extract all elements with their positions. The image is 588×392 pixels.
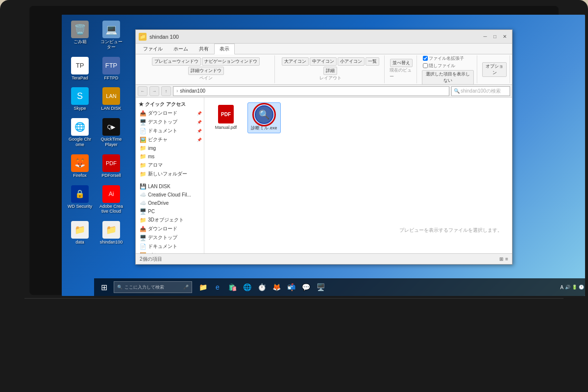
desktop-icon-pdfforsell[interactable]: PDF PDForsell bbox=[97, 152, 125, 180]
desktop-icon-landisk[interactable]: LAN LAN DISK bbox=[97, 85, 125, 113]
file-item-exe[interactable]: 🔍 診断ミル.exe bbox=[247, 102, 281, 133]
desktop-icon-wdsecurity[interactable]: 🔒 WD Security bbox=[66, 183, 94, 217]
ribbon-tabs: ファイル ホーム 共有 表示 bbox=[136, 44, 512, 54]
desktop-icon-fftpd[interactable]: FTP FFTPD bbox=[97, 55, 125, 83]
img-label: img bbox=[148, 146, 156, 151]
file-ext-check[interactable] bbox=[423, 56, 428, 61]
nav-desktop2[interactable]: 🖥️ デスクトップ bbox=[136, 233, 204, 242]
taskbar-monitor[interactable]: 🖥️ bbox=[314, 280, 327, 294]
taskbar-files[interactable]: 📁 bbox=[196, 280, 210, 294]
desktop-icon-skype[interactable]: S Skype bbox=[66, 85, 94, 113]
nav-download[interactable]: 📥 ダウンロード 📌 bbox=[136, 109, 204, 118]
ms-folder-icon: 📁 bbox=[140, 153, 147, 160]
laptop-shell: 🗑️ ごみ箱 💻 コンピューター TP TeraPad bbox=[0, 0, 588, 392]
item-count: 2個の項目 bbox=[140, 256, 162, 263]
nav-documents[interactable]: 📄 ドキュメント 📌 bbox=[136, 126, 204, 135]
start-button[interactable]: ⊞ bbox=[96, 280, 112, 294]
tab-file[interactable]: ファイル bbox=[138, 44, 168, 54]
details-btn[interactable]: 詳細 bbox=[323, 67, 337, 75]
cc-folder-icon: ☁️ bbox=[140, 192, 147, 198]
taskbar-store[interactable]: 🛍️ bbox=[225, 280, 239, 294]
nav-download2[interactable]: 📥 ダウンロード bbox=[136, 224, 204, 233]
nav-pc[interactable]: 🖥️ PC bbox=[136, 207, 204, 216]
nav-window-btn[interactable]: ナビゲーションウィンドウ bbox=[202, 57, 260, 66]
nav-onedrive[interactable]: ☁️ OneDrive bbox=[136, 199, 204, 207]
desktop2-icon: 🖥️ bbox=[140, 235, 147, 241]
pics-nav-label: ピクチャ bbox=[148, 136, 168, 143]
network-icon: 🔊 bbox=[565, 285, 570, 290]
nav-landisk[interactable]: 💾 LAN DISK bbox=[136, 182, 204, 191]
pin-icon2: 📌 bbox=[197, 120, 202, 124]
quick-access-section: ★ クイック アクセス 📥 ダウンロード 📌 🖥️ デスクトップ 📌 bbox=[136, 98, 204, 180]
sys-tray: A 🔊 🔋 🕐 bbox=[560, 285, 584, 290]
nav-img[interactable]: 📁 img bbox=[136, 144, 204, 152]
desktop-icon-trash[interactable]: 🗑️ ごみ箱 bbox=[66, 19, 94, 52]
files-grid: PDF Manual.pdf 🔍 bbox=[204, 98, 512, 138]
minimize-button[interactable]: ─ bbox=[481, 32, 490, 41]
desktop-icon-data[interactable]: 📁 data bbox=[66, 219, 94, 247]
details-window-btn[interactable]: 詳細ウィンドウ bbox=[188, 67, 224, 75]
window-titlebar[interactable]: 📁 shindan 100 ─ □ ✕ bbox=[136, 30, 512, 44]
hidden-files-check[interactable] bbox=[423, 63, 428, 68]
pics-folder-icon: 🖼️ bbox=[140, 137, 147, 143]
taskbar-clock[interactable]: ⏱️ bbox=[255, 280, 269, 294]
nav-pictures[interactable]: 🖼️ ピクチャ 📌 bbox=[136, 135, 204, 144]
desktop-icon-quicktime[interactable]: Q▶ QuickTime Player bbox=[97, 116, 125, 149]
desktop-icon-adobe[interactable]: Ai Adobe Creative Cloud bbox=[97, 183, 125, 217]
nav-docs2[interactable]: 📄 ドキュメント bbox=[136, 242, 204, 251]
pdf-file-icon: PDF bbox=[216, 104, 236, 124]
desktop-icon-firefox[interactable]: 🦊 Firefox bbox=[66, 152, 94, 180]
preview-text: プレビューを表示するファイルを選択します。 bbox=[399, 227, 502, 234]
search-box[interactable]: 🔍 shindan100の検索 bbox=[451, 86, 510, 96]
chrome-icon: 🌐 bbox=[71, 118, 89, 136]
maximize-button[interactable]: □ bbox=[490, 32, 499, 41]
window-controls: ─ □ ✕ bbox=[481, 32, 509, 41]
landisk-section: 💾 LAN DISK ☁️ Creative Cloud Fil... ☁️ O… bbox=[136, 180, 204, 253]
nav-creative-cloud[interactable]: ☁️ Creative Cloud Fil... bbox=[136, 191, 204, 199]
download-label: ダウンロード bbox=[148, 110, 177, 117]
volume-icon: 🔋 bbox=[572, 285, 577, 290]
nav-aroma[interactable]: 📁 アロマ bbox=[136, 161, 204, 170]
list-btn[interactable]: 一覧 bbox=[366, 57, 379, 66]
onedrive-icon: ☁️ bbox=[140, 200, 147, 206]
forward-button[interactable]: → bbox=[149, 86, 159, 96]
trash-label: ごみ箱 bbox=[74, 39, 87, 45]
nav-3d[interactable]: 📁 3Dオブジェクト bbox=[136, 216, 204, 224]
tab-home[interactable]: ホーム bbox=[168, 44, 194, 54]
taskbar-edge[interactable]: e bbox=[211, 280, 224, 294]
up-button[interactable]: ↑ bbox=[161, 86, 171, 96]
options-btn[interactable]: オプション bbox=[482, 62, 507, 77]
hide-selected-btn[interactable]: 選択した項目を表示しない bbox=[422, 70, 474, 85]
file-explorer-window: 📁 shindan 100 ─ □ ✕ ファイル ホーム 共有 表示 bbox=[135, 29, 513, 265]
taskbar-mail[interactable]: 📬 bbox=[284, 280, 298, 294]
small-icons-btn[interactable]: 小アイコン bbox=[338, 57, 365, 66]
tab-share[interactable]: 共有 bbox=[194, 44, 214, 54]
desktop-icons: 🗑️ ごみ箱 💻 コンピューター TP TeraPad bbox=[66, 19, 129, 273]
preview-window-btn[interactable]: プレビューウィンドウ bbox=[152, 57, 201, 66]
taskbar-chrome[interactable]: 🌐 bbox=[240, 280, 254, 294]
nav-new-folder[interactable]: 📁 新しいフォルダー bbox=[136, 170, 204, 178]
address-path[interactable]: › shindan100 bbox=[173, 86, 449, 96]
desktop-icon-terapad[interactable]: TP TeraPad bbox=[66, 55, 94, 83]
large-icons-btn[interactable]: 大アイコン bbox=[282, 57, 309, 66]
nav-ms[interactable]: 📁 ms bbox=[136, 152, 204, 161]
tab-view[interactable]: 表示 bbox=[214, 44, 235, 54]
view-icon-list[interactable]: ≡ bbox=[505, 256, 508, 262]
ribbon-group-pane: プレビューウィンドウ ナビゲーションウィンドウ 詳細ウィンドウ ペイン bbox=[138, 55, 275, 83]
desktop-icon-computer[interactable]: 💻 コンピューター bbox=[97, 19, 125, 52]
onedrive-label: OneDrive bbox=[148, 200, 169, 206]
view-icon-grid[interactable]: ⊞ bbox=[499, 256, 503, 262]
taskbar-firefox[interactable]: 🦊 bbox=[270, 280, 283, 294]
back-button[interactable]: ← bbox=[138, 86, 147, 96]
taskbar-right: A 🔊 🔋 🕐 18:42 2019/03/18 💬 bbox=[560, 281, 585, 293]
file-item-pdf[interactable]: PDF Manual.pdf bbox=[209, 102, 243, 133]
data-label: data bbox=[75, 240, 84, 245]
sort-btn[interactable]: 並べ替え bbox=[390, 59, 413, 67]
taskbar-search[interactable]: 🔍 ここに入力して検索 🎤 bbox=[114, 281, 192, 293]
taskbar-chat[interactable]: 💬 bbox=[299, 280, 313, 294]
desktop-icon-shindan[interactable]: 📁 shindan100 bbox=[97, 219, 125, 247]
medium-icons-btn[interactable]: 中アイコン bbox=[310, 57, 337, 66]
nav-desktop[interactable]: 🖥️ デスクトップ 📌 bbox=[136, 118, 204, 126]
close-button[interactable]: ✕ bbox=[500, 32, 509, 41]
desktop-icon-chrome[interactable]: 🌐 Google Chrome bbox=[66, 116, 94, 149]
